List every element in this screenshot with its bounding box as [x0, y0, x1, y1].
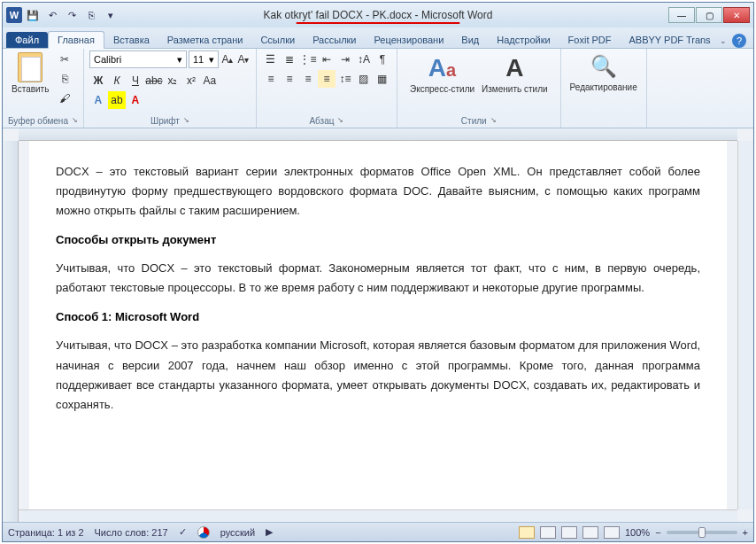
view-print-layout-icon[interactable] [519, 526, 535, 539]
status-page[interactable]: Страница: 1 из 2 [8, 527, 84, 538]
underline-icon[interactable]: Ч [127, 72, 144, 89]
paragraph-3[interactable]: Учитывая, что DOCX – это разработка комп… [56, 336, 700, 414]
styles-group-label: Стили [461, 116, 487, 126]
tab-view[interactable]: Вид [452, 32, 488, 48]
view-full-screen-icon[interactable] [540, 526, 556, 539]
font-color-icon[interactable]: A [127, 91, 144, 109]
multilevel-icon[interactable]: ⋮≡ [299, 51, 317, 68]
editing-button[interactable]: 🔍 Редактирование [567, 51, 641, 94]
styles-launcher-icon[interactable]: ↘ [490, 116, 497, 126]
font-launcher-icon[interactable]: ↘ [183, 116, 189, 126]
clipboard-icon [18, 52, 42, 82]
clipboard-launcher-icon[interactable]: ↘ [72, 116, 78, 126]
grow-font-icon[interactable]: A▴ [220, 51, 235, 68]
align-center-icon[interactable]: ≡ [281, 70, 298, 88]
subscript-icon[interactable]: x₂ [164, 72, 181, 89]
status-zoom[interactable]: 100% [625, 527, 650, 538]
status-language[interactable]: русский [220, 527, 255, 538]
para-launcher-icon[interactable]: ↘ [337, 116, 343, 126]
cut-icon[interactable]: ✂ [56, 51, 73, 68]
align-right-icon[interactable]: ≡ [299, 70, 317, 88]
italic-icon[interactable]: К [108, 72, 126, 89]
line-spacing-icon[interactable]: ↕≡ [336, 70, 354, 88]
document-area: DOCX – это текстовый вариант серии элект… [3, 128, 753, 522]
group-styles: Aa Экспресс-стили A Изменить стили Стили… [397, 49, 561, 128]
tab-mailings[interactable]: Рассылки [304, 32, 365, 48]
help-icon[interactable]: ? [732, 34, 746, 48]
undo-icon[interactable]: ↶ [43, 6, 61, 24]
borders-icon[interactable]: ▦ [374, 70, 391, 88]
paragraph-2[interactable]: Учитывая, что DOCX – это текстовый форма… [56, 259, 700, 298]
heading-1[interactable]: Способы открыть документ [56, 233, 700, 246]
zoom-in-icon[interactable]: + [743, 527, 748, 538]
ruler-horizontal[interactable] [19, 128, 737, 141]
scrollbar-horizontal[interactable] [19, 509, 737, 522]
document-page[interactable]: DOCX – это текстовый вариант серии элект… [29, 141, 727, 509]
tab-references[interactable]: Ссылки [251, 32, 304, 48]
show-marks-icon[interactable]: ¶ [374, 51, 391, 68]
ruler-vertical[interactable] [3, 141, 19, 522]
save-icon[interactable]: 💾 [24, 6, 42, 24]
tab-home[interactable]: Главная [48, 31, 104, 49]
view-web-icon[interactable] [561, 526, 577, 539]
tab-file[interactable]: Файл [6, 32, 48, 48]
paste-label: Вставить [12, 84, 49, 94]
bold-icon[interactable]: Ж [89, 72, 107, 89]
tab-addins[interactable]: Надстройки [488, 32, 559, 48]
quick-access-toolbar: W 💾 ↶ ↷ ⎘ ▾ [6, 6, 120, 24]
superscript-icon[interactable]: x² [182, 72, 200, 89]
shading-icon[interactable]: ▨ [355, 70, 373, 88]
tab-insert[interactable]: Вставка [104, 32, 158, 48]
paragraph-1[interactable]: DOCX – это текстовый вариант серии элект… [56, 162, 700, 221]
decrease-indent-icon[interactable]: ⇤ [318, 51, 336, 68]
bullets-icon[interactable]: ☰ [262, 51, 280, 68]
font-size-combo[interactable]: 11 ▾ [189, 51, 219, 68]
group-editing: 🔍 Редактирование [561, 49, 647, 128]
zoom-slider[interactable] [667, 531, 737, 534]
clipboard-group-label: Буфер обмена [8, 116, 68, 126]
change-case-icon[interactable]: Aa [201, 72, 219, 89]
qat-custom-icon[interactable]: ⎘ [82, 6, 100, 24]
window-title: Kak otkryt' fail DOCX - PK.docx - Micros… [264, 9, 493, 21]
word-app-icon[interactable]: W [6, 7, 22, 23]
tab-review[interactable]: Рецензировани [366, 32, 453, 48]
paste-button[interactable]: Вставить [8, 51, 52, 96]
annotation-underline [297, 22, 460, 24]
strike-icon[interactable]: abc [145, 72, 163, 89]
highlight-icon[interactable]: ab [108, 91, 126, 109]
quick-styles-button[interactable]: Aa Экспресс-стили [410, 54, 474, 94]
align-left-icon[interactable]: ≡ [262, 70, 280, 88]
text-effects-icon[interactable]: A [89, 91, 107, 109]
qat-dropdown-icon[interactable]: ▾ [102, 6, 120, 24]
view-outline-icon[interactable] [582, 526, 598, 539]
word-window: W 💾 ↶ ↷ ⎘ ▾ Kak otkryt' fail DOCX - PK.d… [2, 2, 754, 542]
group-paragraph: ☰ ≣ ⋮≡ ⇤ ⇥ ↕A ¶ ≡ ≡ ≡ ≡ ↕≡ ▨ ▦ [257, 49, 397, 128]
maximize-button[interactable]: ▢ [696, 7, 722, 23]
scrollbar-vertical[interactable] [737, 141, 753, 509]
copy-icon[interactable]: ⎘ [56, 70, 73, 88]
tab-layout[interactable]: Разметка страни [158, 32, 252, 48]
macro-icon[interactable]: ▶ [266, 526, 273, 538]
ribbon-minimize-icon[interactable]: ⌄ [720, 36, 727, 45]
format-painter-icon[interactable]: 🖌 [56, 89, 73, 107]
zoom-out-icon[interactable]: − [655, 527, 660, 538]
shrink-font-icon[interactable]: A▾ [236, 51, 251, 68]
view-draft-icon[interactable] [604, 526, 620, 539]
redo-icon[interactable]: ↷ [63, 6, 81, 24]
minimize-button[interactable]: — [668, 7, 695, 23]
statusbar: Страница: 1 из 2 Число слов: 217 ✓ русск… [3, 522, 753, 541]
para-group-label: Абзац [309, 116, 334, 126]
tab-abbyy[interactable]: ABBYY PDF Trans [621, 32, 720, 48]
heading-2[interactable]: Способ 1: Microsoft Word [56, 310, 700, 323]
numbering-icon[interactable]: ≣ [281, 51, 298, 68]
change-styles-button[interactable]: A Изменить стили [482, 54, 547, 94]
increase-indent-icon[interactable]: ⇥ [336, 51, 354, 68]
close-button[interactable]: ✕ [723, 7, 750, 23]
sort-icon[interactable]: ↕A [355, 51, 373, 68]
justify-icon[interactable]: ≡ [318, 70, 336, 88]
language-icon[interactable] [197, 526, 210, 539]
status-words[interactable]: Число слов: 217 [95, 527, 168, 538]
proofing-icon[interactable]: ✓ [179, 526, 187, 538]
tab-foxit[interactable]: Foxit PDF [559, 32, 621, 48]
font-name-combo[interactable]: Calibri ▾ [89, 51, 187, 68]
